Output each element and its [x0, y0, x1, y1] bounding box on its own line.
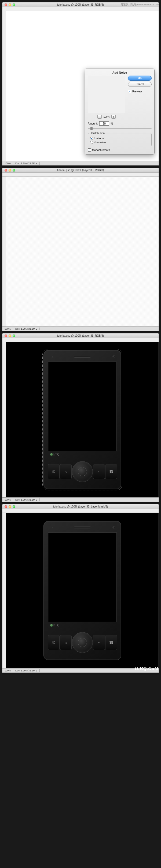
zoom-icon[interactable]: [12, 505, 15, 508]
noise-preview: [88, 76, 125, 113]
ok-button[interactable]: OK: [128, 76, 152, 81]
home-button-icon: ⌂: [60, 635, 72, 650]
photoshop-window: tutorial.psd @ 100% (Layer 33, RGB/8) hT…: [2, 333, 159, 502]
doc-info[interactable]: Doc: 1.79M/31.1M: [13, 498, 40, 501]
traffic-lights: [2, 169, 15, 172]
call-button-icon: ✆: [48, 464, 59, 479]
dpad-icon: [72, 632, 93, 653]
add-noise-dialog: Add Noise - 100% + OK Cancel ✓ Preview A: [85, 68, 155, 155]
ruler-horizontal[interactable]: [2, 509, 159, 513]
front-camera-icon: [112, 355, 115, 358]
monochromatic-label: Monochromatic: [92, 149, 110, 152]
close-icon[interactable]: [5, 3, 7, 6]
close-icon[interactable]: [5, 169, 7, 172]
distribution-fieldset: Distribution Uniform Gaussian: [88, 133, 152, 146]
title-bar[interactable]: tutorial.psd @ 100% (Layer 33, RGB/8): [2, 334, 159, 338]
dpad-center-icon: [78, 467, 87, 476]
close-icon[interactable]: [5, 505, 7, 508]
back-button-icon: ←: [93, 464, 105, 479]
sensor-icon: [52, 527, 53, 528]
preview-zoom-value: 100%: [103, 116, 109, 118]
monochromatic-checkbox[interactable]: ✓: [88, 148, 91, 152]
watermark-top: 翼速设计论坛 www.ease.com.cn: [120, 3, 159, 6]
chevron-right-icon: [36, 670, 37, 672]
traffic-lights: [2, 335, 15, 337]
call-button-icon: ✆: [48, 635, 59, 650]
minimize-icon[interactable]: [8, 505, 11, 508]
doc-info[interactable]: Doc: 1.79M/31.1M: [13, 328, 40, 330]
window-title: tutorial.psd @ 100% (Layer 33, Layer Mas…: [2, 505, 159, 508]
minimize-icon[interactable]: [8, 3, 11, 6]
watermark-bottom: UiBQ.CoM: [135, 666, 158, 671]
phone-mockup[interactable]: hTC ✆ ⌂ ← ☎: [44, 350, 121, 489]
zoom-level[interactable]: 100%: [2, 669, 13, 672]
document-canvas[interactable]: hTC ✆ ⌂ ← ☎: [6, 342, 159, 497]
doc-info[interactable]: Doc: 1.79M/31.1M: [13, 669, 40, 672]
status-bar: 100% Doc: 1.79M/31.1M: [2, 497, 159, 502]
earpiece-icon: [74, 527, 91, 528]
tutorial-step-3: tutorial.psd @ 100% (Layer 33, RGB/8) hT…: [0, 333, 161, 502]
zoom-in-button[interactable]: +: [111, 115, 116, 119]
ruler-vertical[interactable]: [2, 342, 6, 497]
tutorial-step-4: tutorial.psd @ 100% (Layer 33, Layer Mas…: [0, 504, 161, 673]
dpad-center-icon: [78, 638, 87, 647]
minimize-icon[interactable]: [8, 169, 11, 172]
status-bar: 100% Doc: 1.79M/31.1M: [2, 327, 159, 331]
dpad-icon: [72, 461, 93, 482]
phone-brand: hTC: [50, 623, 59, 627]
traffic-lights: [2, 505, 15, 508]
doc-info[interactable]: Doc: 1.79M/29.3M: [13, 162, 40, 165]
cancel-button[interactable]: Cancel: [128, 82, 152, 87]
phone-mockup[interactable]: hTC ✆ ⌂ ← ☎: [44, 521, 121, 660]
ruler-horizontal[interactable]: [2, 7, 159, 11]
end-button-icon: ☎: [105, 635, 117, 650]
phone-buttons: ✆ ⌂ ← ☎: [44, 461, 121, 482]
brand-orb-icon: [50, 453, 53, 456]
close-icon[interactable]: [5, 335, 7, 337]
chevron-right-icon: [36, 329, 37, 330]
minimize-icon[interactable]: [8, 335, 11, 337]
zoom-out-button[interactable]: -: [98, 115, 102, 119]
ruler-vertical[interactable]: [2, 177, 6, 327]
document-canvas[interactable]: [6, 177, 159, 327]
tutorial-step-1: 翼速设计论坛 www.ease.com.cn tutorial.psd @ 10…: [0, 2, 161, 165]
zoom-level[interactable]: 100%: [2, 498, 13, 501]
phone-screen: [48, 532, 117, 622]
amount-input[interactable]: [99, 121, 109, 126]
photoshop-window: tutorial.psd @ 100% (Layer 33, Layer Mas…: [2, 504, 159, 673]
earpiece-icon: [74, 356, 91, 358]
end-button-icon: ☎: [105, 464, 117, 479]
front-camera-icon: [112, 526, 115, 529]
zoom-icon[interactable]: [12, 169, 15, 172]
ruler-vertical[interactable]: [2, 513, 6, 668]
document-canvas[interactable]: hTC ✆ ⌂ ← ☎: [6, 513, 159, 668]
brand-orb-icon: [50, 624, 53, 627]
dialog-title: Add Noise: [88, 71, 152, 74]
ruler-horizontal[interactable]: [2, 338, 159, 342]
ruler-vertical[interactable]: [2, 11, 6, 161]
zoom-icon[interactable]: [12, 335, 15, 337]
preview-checkbox[interactable]: ✓: [128, 90, 131, 93]
back-button-icon: ←: [93, 635, 105, 650]
gaussian-label: Gaussian: [95, 141, 106, 144]
phone-screen: [48, 362, 117, 451]
window-title: tutorial.psd @ 100% (Layer 33, RGB/8): [2, 169, 159, 172]
gaussian-radio[interactable]: [90, 141, 93, 144]
zoom-icon[interactable]: [12, 3, 15, 6]
amount-slider[interactable]: [88, 127, 152, 130]
uniform-label: Uniform: [95, 137, 104, 140]
sensor-icon: [52, 356, 53, 358]
chevron-right-icon: [36, 163, 37, 164]
chevron-right-icon: [36, 499, 37, 501]
distribution-legend: Distribution: [90, 132, 106, 135]
title-bar[interactable]: tutorial.psd @ 100% (Layer 33, Layer Mas…: [2, 504, 159, 509]
title-bar[interactable]: tutorial.psd @ 100% (Layer 33, RGB/8): [2, 168, 159, 173]
ruler-horizontal[interactable]: [2, 173, 159, 177]
phone-brand: hTC: [50, 453, 59, 456]
uniform-radio[interactable]: [90, 137, 93, 140]
zoom-level[interactable]: 100%: [2, 328, 13, 330]
photoshop-window: tutorial.psd @ 100% (Layer 33, RGB/8) 10…: [2, 168, 159, 331]
amount-label: Amount:: [88, 122, 98, 125]
status-bar: 100% Doc: 1.79M/29.3M: [2, 161, 159, 165]
zoom-level[interactable]: 100%: [2, 162, 13, 165]
